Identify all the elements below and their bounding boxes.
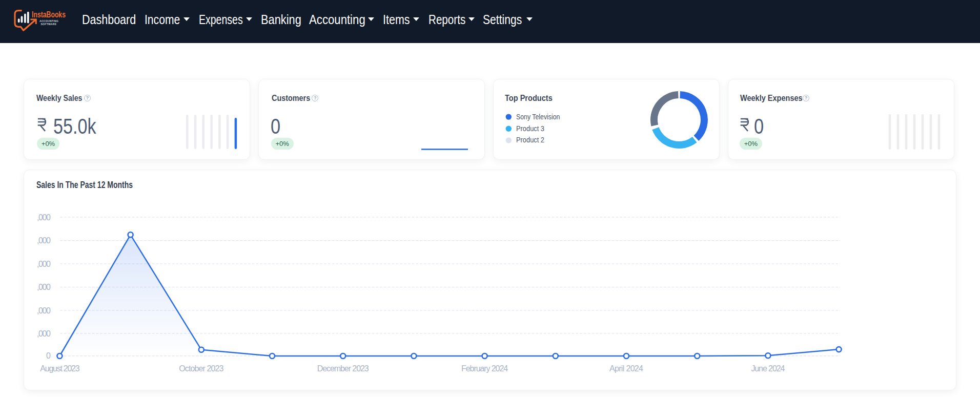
svg-text:December 2023: December 2023 [317,364,369,373]
svg-text:,000: ,000 [37,283,51,291]
svg-text:August 2023: August 2023 [40,364,79,373]
svg-text:,000: ,000 [37,329,51,338]
svg-text:February 2024: February 2024 [461,364,508,373]
svg-text:Sales In The Past 12 Months: Sales In The Past 12 Months [36,180,133,190]
svg-text:0: 0 [46,351,51,360]
svg-text:June 2024: June 2024 [751,364,785,373]
svg-text:,000: ,000 [37,213,51,222]
svg-text:,000: ,000 [37,306,51,315]
svg-text:,000: ,000 [37,236,51,245]
svg-text:October 2023: October 2023 [179,364,223,373]
svg-text:April 2024: April 2024 [609,364,643,373]
svg-text:,000: ,000 [37,260,51,268]
